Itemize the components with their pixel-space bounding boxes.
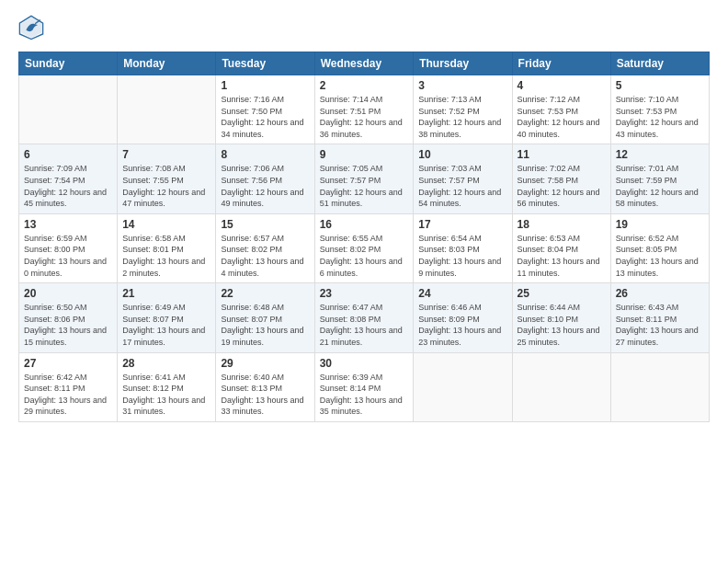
day-number: 12 [616,148,704,161]
day-info: Sunrise: 6:46 AM Sunset: 8:09 PM Dayligh… [418,302,506,348]
day-info: Sunrise: 7:13 AM Sunset: 7:52 PM Dayligh… [418,94,506,140]
day-info: Sunrise: 7:01 AM Sunset: 7:59 PM Dayligh… [616,163,704,209]
day-number: 21 [122,287,210,300]
calendar-cell: 2Sunrise: 7:14 AM Sunset: 7:51 PM Daylig… [314,75,414,144]
calendar-table: SundayMondayTuesdayWednesdayThursdayFrid… [18,52,710,422]
logo-icon [18,15,44,40]
calendar-cell: 5Sunrise: 7:10 AM Sunset: 7:53 PM Daylig… [610,75,709,144]
calendar-cell: 30Sunrise: 6:39 AM Sunset: 8:14 PM Dayli… [314,352,414,421]
calendar-cell: 11Sunrise: 7:02 AM Sunset: 7:58 PM Dayli… [512,144,610,213]
day-info: Sunrise: 6:58 AM Sunset: 8:01 PM Dayligh… [122,233,210,279]
calendar-header-row: SundayMondayTuesdayWednesdayThursdayFrid… [19,52,710,75]
day-number: 20 [24,287,112,300]
day-info: Sunrise: 6:48 AM Sunset: 8:07 PM Dayligh… [221,302,309,348]
day-number: 9 [320,148,409,161]
day-number: 29 [221,357,309,370]
day-number: 24 [418,287,506,300]
calendar-cell: 22Sunrise: 6:48 AM Sunset: 8:07 PM Dayli… [216,283,314,352]
calendar-cell: 7Sunrise: 7:08 AM Sunset: 7:55 PM Daylig… [118,144,216,213]
calendar-cell: 10Sunrise: 7:03 AM Sunset: 7:57 PM Dayli… [414,144,512,213]
calendar-cell: 18Sunrise: 6:53 AM Sunset: 8:04 PM Dayli… [512,213,610,282]
day-number: 26 [616,287,704,300]
calendar-cell [414,352,512,421]
day-info: Sunrise: 6:59 AM Sunset: 8:00 PM Dayligh… [24,233,112,279]
calendar-cell: 4Sunrise: 7:12 AM Sunset: 7:53 PM Daylig… [512,75,610,144]
day-info: Sunrise: 7:09 AM Sunset: 7:54 PM Dayligh… [24,163,112,209]
day-info: Sunrise: 6:49 AM Sunset: 8:07 PM Dayligh… [122,302,210,348]
calendar-week-row: 20Sunrise: 6:50 AM Sunset: 8:06 PM Dayli… [19,283,710,352]
day-number: 2 [320,79,409,92]
calendar-cell: 24Sunrise: 6:46 AM Sunset: 8:09 PM Dayli… [414,283,512,352]
calendar-cell: 17Sunrise: 6:54 AM Sunset: 8:03 PM Dayli… [414,213,512,282]
day-info: Sunrise: 6:43 AM Sunset: 8:11 PM Dayligh… [616,302,704,348]
calendar-cell: 16Sunrise: 6:55 AM Sunset: 8:02 PM Dayli… [314,213,414,282]
day-info: Sunrise: 7:05 AM Sunset: 7:57 PM Dayligh… [320,163,409,209]
calendar-cell: 27Sunrise: 6:42 AM Sunset: 8:11 PM Dayli… [19,352,118,421]
page: SundayMondayTuesdayWednesdayThursdayFrid… [0,0,728,563]
day-info: Sunrise: 7:08 AM Sunset: 7:55 PM Dayligh… [122,163,210,209]
calendar-cell: 25Sunrise: 6:44 AM Sunset: 8:10 PM Dayli… [512,283,610,352]
weekday-header: Monday [118,52,216,75]
day-info: Sunrise: 6:42 AM Sunset: 8:11 PM Dayligh… [24,372,112,418]
calendar-week-row: 6Sunrise: 7:09 AM Sunset: 7:54 PM Daylig… [19,144,710,213]
calendar-cell: 29Sunrise: 6:40 AM Sunset: 8:13 PM Dayli… [216,352,314,421]
calendar-cell: 20Sunrise: 6:50 AM Sunset: 8:06 PM Dayli… [19,283,118,352]
weekday-header: Tuesday [216,52,314,75]
day-number: 25 [518,287,606,300]
day-number: 8 [221,148,309,161]
day-number: 23 [320,287,409,300]
calendar-week-row: 13Sunrise: 6:59 AM Sunset: 8:00 PM Dayli… [19,213,710,282]
day-info: Sunrise: 7:02 AM Sunset: 7:58 PM Dayligh… [518,163,606,209]
day-number: 14 [122,218,210,231]
calendar-cell [19,75,118,144]
day-number: 27 [24,357,112,370]
weekday-header: Friday [512,52,610,75]
day-number: 19 [616,218,704,231]
calendar-cell [118,75,216,144]
calendar-cell [512,352,610,421]
calendar-cell: 28Sunrise: 6:41 AM Sunset: 8:12 PM Dayli… [118,352,216,421]
calendar-cell: 13Sunrise: 6:59 AM Sunset: 8:00 PM Dayli… [19,213,118,282]
day-info: Sunrise: 6:40 AM Sunset: 8:13 PM Dayligh… [221,372,309,418]
day-info: Sunrise: 6:53 AM Sunset: 8:04 PM Dayligh… [518,233,606,279]
day-number: 10 [418,148,506,161]
calendar-cell: 6Sunrise: 7:09 AM Sunset: 7:54 PM Daylig… [19,144,118,213]
day-number: 11 [518,148,606,161]
calendar-cell: 3Sunrise: 7:13 AM Sunset: 7:52 PM Daylig… [414,75,512,144]
day-number: 4 [518,79,606,92]
calendar-cell: 12Sunrise: 7:01 AM Sunset: 7:59 PM Dayli… [610,144,709,213]
day-info: Sunrise: 7:06 AM Sunset: 7:56 PM Dayligh… [221,163,309,209]
day-info: Sunrise: 6:41 AM Sunset: 8:12 PM Dayligh… [122,372,210,418]
calendar-cell: 15Sunrise: 6:57 AM Sunset: 8:02 PM Dayli… [216,213,314,282]
day-info: Sunrise: 6:39 AM Sunset: 8:14 PM Dayligh… [320,372,409,418]
calendar-cell: 21Sunrise: 6:49 AM Sunset: 8:07 PM Dayli… [118,283,216,352]
calendar-cell: 23Sunrise: 6:47 AM Sunset: 8:08 PM Dayli… [314,283,414,352]
calendar-cell: 9Sunrise: 7:05 AM Sunset: 7:57 PM Daylig… [314,144,414,213]
calendar-week-row: 27Sunrise: 6:42 AM Sunset: 8:11 PM Dayli… [19,352,710,421]
calendar-cell: 14Sunrise: 6:58 AM Sunset: 8:01 PM Dayli… [118,213,216,282]
day-number: 3 [418,79,506,92]
calendar-cell: 26Sunrise: 6:43 AM Sunset: 8:11 PM Dayli… [610,283,709,352]
day-number: 30 [320,357,409,370]
day-info: Sunrise: 6:52 AM Sunset: 8:05 PM Dayligh… [616,233,704,279]
weekday-header: Thursday [414,52,512,75]
day-info: Sunrise: 7:10 AM Sunset: 7:53 PM Dayligh… [616,94,704,140]
day-info: Sunrise: 6:54 AM Sunset: 8:03 PM Dayligh… [418,233,506,279]
day-number: 1 [221,79,309,92]
day-info: Sunrise: 6:55 AM Sunset: 8:02 PM Dayligh… [320,233,409,279]
day-number: 22 [221,287,309,300]
day-info: Sunrise: 6:44 AM Sunset: 8:10 PM Dayligh… [518,302,606,348]
day-number: 16 [320,218,409,231]
day-info: Sunrise: 7:16 AM Sunset: 7:50 PM Dayligh… [221,94,309,140]
day-number: 6 [24,148,112,161]
calendar-week-row: 1Sunrise: 7:16 AM Sunset: 7:50 PM Daylig… [19,75,710,144]
day-number: 17 [418,218,506,231]
calendar-cell: 19Sunrise: 6:52 AM Sunset: 8:05 PM Dayli… [610,213,709,282]
day-number: 15 [221,218,309,231]
calendar-cell: 1Sunrise: 7:16 AM Sunset: 7:50 PM Daylig… [216,75,314,144]
day-info: Sunrise: 7:03 AM Sunset: 7:57 PM Dayligh… [418,163,506,209]
header [18,15,710,40]
day-number: 5 [616,79,704,92]
day-info: Sunrise: 6:50 AM Sunset: 8:06 PM Dayligh… [24,302,112,348]
day-info: Sunrise: 6:47 AM Sunset: 8:08 PM Dayligh… [320,302,409,348]
